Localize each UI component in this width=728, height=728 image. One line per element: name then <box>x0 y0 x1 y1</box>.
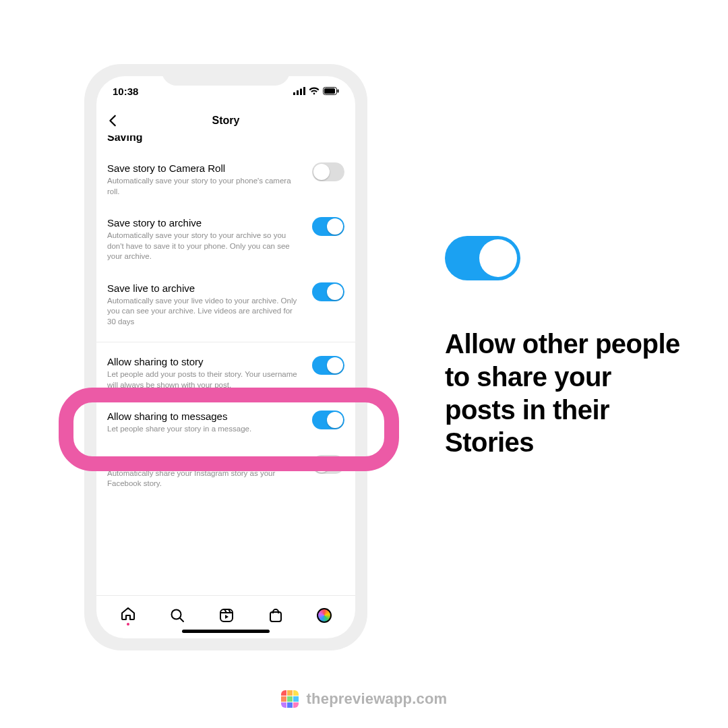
home-indicator <box>182 630 270 633</box>
battery-icon <box>323 87 339 95</box>
reels-icon <box>218 607 235 624</box>
setting-title: Share your story to Facebook <box>107 455 300 466</box>
footer-text: thepreviewapp.com <box>307 690 448 708</box>
page-title: Story <box>96 115 355 127</box>
tab-search[interactable] <box>169 607 185 624</box>
setting-title: Save live to archive <box>107 282 300 294</box>
phone-mockup: 10:38 Story Saving Save sto <box>84 64 367 650</box>
settings-content: Saving Save story to Camera Roll Automat… <box>96 135 355 595</box>
home-icon <box>120 605 136 621</box>
profile-avatar-icon <box>317 608 332 623</box>
svg-rect-8 <box>220 609 233 621</box>
preview-logo-icon <box>281 690 299 708</box>
setting-title: Allow sharing to messages <box>107 411 300 422</box>
svg-rect-2 <box>300 89 302 96</box>
nav-header: Story <box>96 106 355 135</box>
svg-rect-0 <box>293 92 295 95</box>
setting-desc: Automatically save your story to your ph… <box>107 176 300 197</box>
shop-icon <box>268 607 284 624</box>
setting-allow-sharing-messages: Allow sharing to messages Let people sha… <box>107 401 344 446</box>
setting-title: Save story to Camera Roll <box>107 162 300 174</box>
toggle-allow-sharing-messages[interactable] <box>312 411 344 429</box>
chevron-left-icon <box>106 113 121 128</box>
setting-save-live-archive: Save live to archive Automatically save … <box>107 273 344 338</box>
setting-desc: Let people share your story in a message… <box>107 424 300 435</box>
setting-title: Allow sharing to story <box>107 356 300 367</box>
search-icon <box>169 607 185 624</box>
setting-desc: Let people add your posts to their story… <box>107 369 300 390</box>
svg-rect-5 <box>324 88 335 94</box>
setting-desc: Automatically save your live video to yo… <box>107 296 300 328</box>
phone-notch <box>162 64 290 86</box>
toggle-save-camera-roll[interactable] <box>312 162 344 181</box>
svg-rect-3 <box>303 87 305 95</box>
back-button[interactable] <box>106 113 121 128</box>
setting-save-archive: Save story to archive Automatically save… <box>107 208 344 273</box>
tab-home[interactable] <box>120 605 136 626</box>
setting-allow-sharing-story: Allow sharing to story Let people add yo… <box>107 346 344 401</box>
toggle-save-live-archive[interactable] <box>312 282 344 301</box>
setting-save-camera-roll: Save story to Camera Roll Automatically … <box>107 153 344 208</box>
toggle-save-archive[interactable] <box>312 217 344 236</box>
phone-screen: 10:38 Story Saving Save sto <box>96 76 355 638</box>
signal-icon <box>293 87 305 95</box>
toggle-allow-sharing-story[interactable] <box>312 356 344 375</box>
status-indicators <box>293 87 339 95</box>
footer-watermark: thepreviewapp.com <box>0 690 728 708</box>
svg-rect-6 <box>338 90 339 93</box>
caption-column: Allow other people to share your posts i… <box>445 236 688 459</box>
tab-reels[interactable] <box>218 607 235 624</box>
status-time: 10:38 <box>113 86 138 97</box>
svg-rect-1 <box>297 90 299 95</box>
section-divider <box>96 342 355 342</box>
tab-profile[interactable] <box>317 608 332 623</box>
svg-rect-9 <box>270 612 281 621</box>
wifi-icon <box>309 87 320 95</box>
setting-share-facebook: Share your story to Facebook Automatical… <box>107 446 344 500</box>
toggle-share-facebook[interactable] <box>312 455 344 474</box>
illustrative-toggle-on <box>445 236 520 280</box>
setting-title: Save story to archive <box>107 217 300 229</box>
caption-text: Allow other people to share your posts i… <box>445 328 688 459</box>
tab-shop[interactable] <box>268 607 284 624</box>
setting-desc: Automatically share your Instagram story… <box>107 468 300 489</box>
setting-desc: Automatically save your story to your ar… <box>107 231 300 262</box>
section-heading: Saving <box>107 135 344 144</box>
